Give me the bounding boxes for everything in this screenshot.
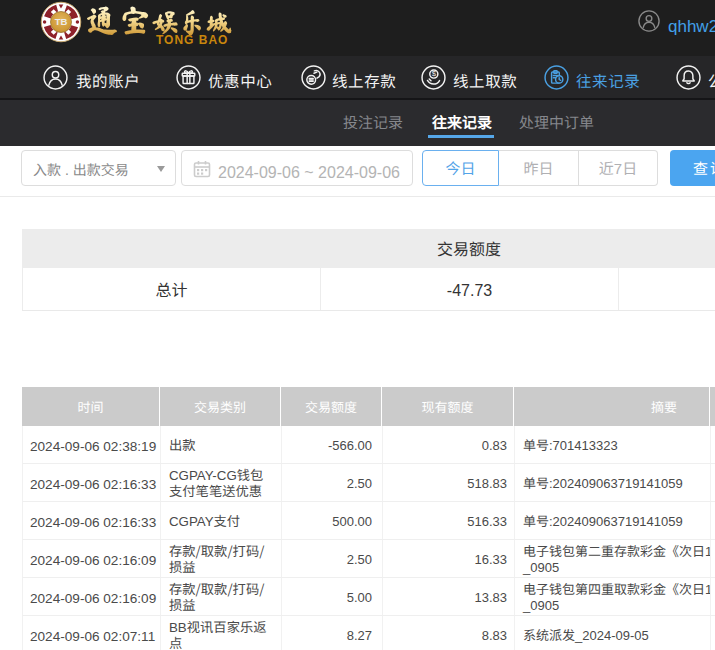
- svg-text:$: $: [432, 69, 437, 78]
- svg-text:TB: TB: [55, 16, 68, 27]
